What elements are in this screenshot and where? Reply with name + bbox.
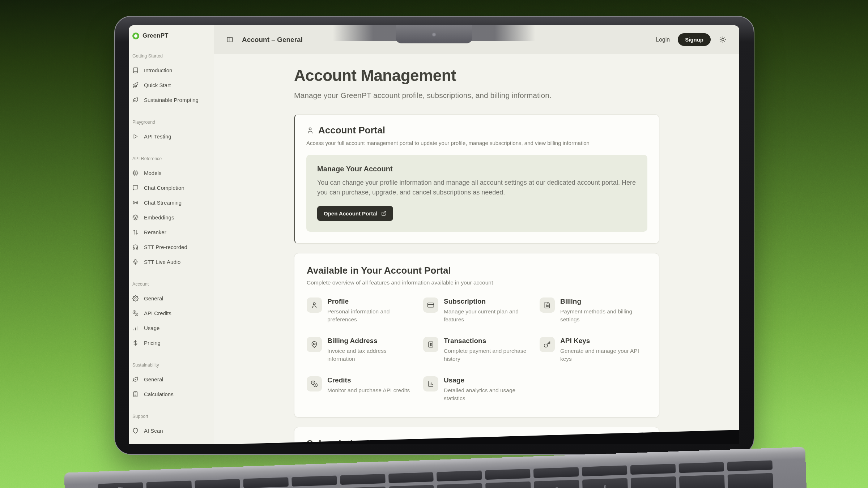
keyboard-key bbox=[727, 460, 773, 471]
sidebar-item-quick-start[interactable]: Quick Start bbox=[132, 78, 211, 93]
keyboard-key: esc bbox=[98, 482, 143, 488]
sidebar-item-stt-prerecorded[interactable]: STT Pre-recorded bbox=[132, 240, 211, 254]
sidebar-section-label: Support bbox=[132, 414, 211, 419]
leaf-icon bbox=[132, 97, 139, 103]
sidebar-item-label: General bbox=[144, 295, 163, 301]
key-icon bbox=[544, 341, 551, 348]
features-card-title: Available in Your Account Portal bbox=[307, 265, 647, 276]
content-column: Account Management Manage your GreenPT a… bbox=[294, 54, 659, 444]
sidebar-item-introduction[interactable]: Introduction bbox=[132, 63, 211, 78]
sidebar-item-chat-completion[interactable]: Chat Completion bbox=[132, 180, 211, 195]
keyboard-key bbox=[728, 473, 773, 488]
sidebar-item-label: Quick Start bbox=[144, 82, 171, 88]
sidebar-item-label: General bbox=[144, 376, 163, 382]
keyboard-key bbox=[582, 466, 627, 476]
sidebar-item-usage[interactable]: Usage bbox=[132, 321, 211, 335]
keyboard-key bbox=[146, 481, 192, 488]
sidebar-item-ai-scan[interactable]: AI Scan bbox=[132, 423, 211, 438]
sidebar-item-label: Models bbox=[144, 170, 161, 176]
feature-description: Invoice and tax address information bbox=[327, 347, 412, 363]
features-card: Available in Your Account Portal Complet… bbox=[294, 253, 659, 418]
sidebar: GreenPT Getting Started Introduction Qui… bbox=[129, 25, 214, 444]
sidebar-item-reranker[interactable]: Reranker bbox=[132, 225, 211, 240]
arrows-up-down-icon bbox=[132, 229, 139, 235]
feature-transactions: Transactions Complete payment and purcha… bbox=[423, 337, 530, 363]
keyboard-key bbox=[437, 471, 482, 481]
headphones-icon bbox=[132, 244, 139, 250]
feature-title: Billing Address bbox=[327, 337, 412, 345]
signup-button[interactable]: Signup bbox=[678, 33, 711, 46]
sidebar-section-label: Getting Started bbox=[132, 53, 211, 59]
coins-icon bbox=[311, 380, 318, 388]
main-heading: Account Management bbox=[294, 67, 659, 85]
sidebar-item-chat-streaming[interactable]: Chat Streaming bbox=[132, 195, 211, 210]
sidebar-item-api-credits[interactable]: API Credits bbox=[132, 306, 211, 321]
keyboard-key bbox=[485, 469, 531, 480]
sidebar-item-embeddings[interactable]: Embeddings bbox=[132, 210, 211, 225]
keyboard-key: 7 bbox=[437, 483, 483, 488]
sidebar-item-label: STT Live Audio bbox=[144, 259, 180, 265]
manage-account-panel: Manage Your Account You can change your … bbox=[306, 155, 647, 232]
keyboard-key: 5 bbox=[340, 487, 386, 488]
book-icon bbox=[132, 67, 139, 73]
sidebar-item-label: Reranker bbox=[144, 229, 166, 235]
feature-billing-address: Billing Address Invoice and tax address … bbox=[307, 337, 414, 363]
sidebar-item-pricing[interactable]: Pricing bbox=[132, 335, 211, 350]
sidebar-item-sustainability-general[interactable]: General bbox=[132, 372, 211, 387]
feature-icon-box bbox=[307, 376, 322, 391]
portal-card-header: Account Portal bbox=[306, 125, 647, 136]
feature-description: Personal information and preferences bbox=[327, 308, 412, 324]
laptop-notch bbox=[396, 25, 472, 43]
sidebar-item-label: Embeddings bbox=[144, 214, 174, 221]
login-link[interactable]: Login bbox=[656, 37, 670, 43]
sidebar-section-getting-started: Getting Started Introduction Quick Start… bbox=[132, 53, 211, 107]
sidebar-item-account-general[interactable]: General bbox=[132, 291, 211, 306]
features-card-subtitle: Complete overview of all features and in… bbox=[307, 279, 647, 286]
feature-text: Usage Detailed analytics and usage stati… bbox=[444, 376, 529, 403]
map-pin-icon bbox=[311, 341, 318, 348]
sidebar-section-label: Account bbox=[132, 282, 211, 287]
keyboard-key bbox=[679, 475, 725, 488]
page-title: Account – General bbox=[242, 36, 303, 44]
sidebar-item-sustainable-prompting[interactable]: Sustainable Prompting bbox=[132, 93, 211, 107]
brand-logo[interactable]: GreenPT bbox=[132, 30, 211, 41]
features-grid: Profile Personal information and prefere… bbox=[307, 297, 647, 403]
keyboard-key bbox=[630, 464, 676, 475]
keyboard-key bbox=[533, 467, 579, 478]
feature-title: Profile bbox=[327, 297, 412, 305]
microphone-icon bbox=[132, 259, 139, 265]
feature-api-keys: API Keys Generate and manage your API ke… bbox=[540, 337, 647, 363]
sidebar-section-sustainability: Sustainability General Calculations bbox=[132, 363, 211, 402]
calculator-icon bbox=[132, 391, 139, 397]
laptop-mockup: GreenPT Getting Started Introduction Qui… bbox=[114, 16, 754, 455]
feature-text: Profile Personal information and prefere… bbox=[327, 297, 412, 324]
feature-icon-box bbox=[540, 337, 555, 352]
scene-background: GreenPT Getting Started Introduction Qui… bbox=[0, 0, 868, 488]
keyboard-key: 9 bbox=[534, 480, 579, 488]
portal-card-title: Account Portal bbox=[318, 125, 385, 136]
sidebar-section-playground: Playground API Testing bbox=[132, 120, 211, 144]
sidebar-item-label: Pricing bbox=[144, 340, 161, 346]
feature-title: Usage bbox=[444, 376, 529, 384]
chart-column-icon bbox=[427, 380, 434, 388]
panel-left-icon[interactable] bbox=[226, 36, 233, 43]
feature-icon-box bbox=[423, 337, 438, 352]
feature-text: Credits Monitor and purchase API credits bbox=[327, 376, 410, 403]
feature-profile: Profile Personal information and prefere… bbox=[307, 297, 414, 324]
feature-description: Complete payment and purchase history bbox=[444, 347, 529, 363]
sidebar-item-models[interactable]: Models bbox=[132, 166, 211, 180]
sidebar-item-stt-live-audio[interactable]: STT Live Audio bbox=[132, 254, 211, 269]
sun-icon[interactable] bbox=[719, 36, 726, 43]
sidebar-item-api-testing[interactable]: API Testing bbox=[132, 129, 211, 144]
rocket-icon bbox=[132, 82, 139, 88]
content-scroll-area[interactable]: Account Management Manage your GreenPT a… bbox=[214, 54, 739, 444]
open-account-portal-button[interactable]: Open Account Portal bbox=[317, 206, 393, 221]
sidebar-item-calculations[interactable]: Calculations bbox=[132, 387, 211, 402]
feature-usage: Usage Detailed analytics and usage stati… bbox=[423, 376, 530, 403]
sidebar-item-label: API Credits bbox=[144, 310, 171, 316]
laptop-screen: GreenPT Getting Started Introduction Qui… bbox=[129, 25, 739, 444]
receipt-icon bbox=[427, 341, 434, 348]
sidebar-item-label: API Testing bbox=[144, 133, 171, 140]
main-column: Account – General Login Signup Account M… bbox=[214, 25, 739, 444]
feature-description: Manage your current plan and features bbox=[444, 308, 529, 324]
